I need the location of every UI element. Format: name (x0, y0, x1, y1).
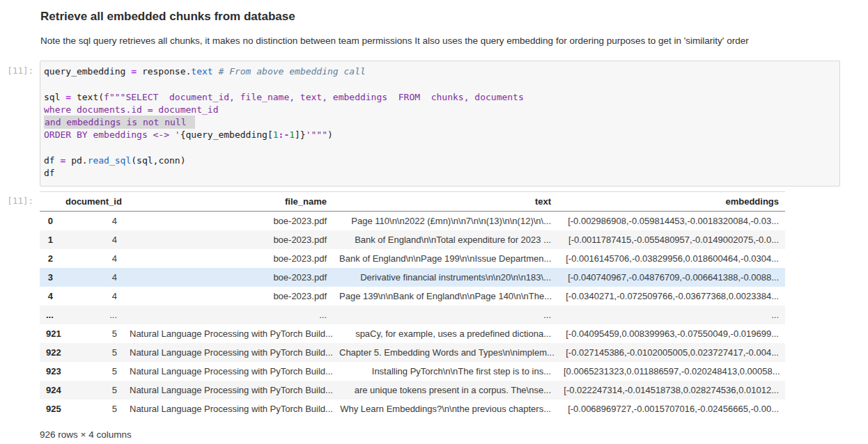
input-prompt: [11]: (0, 61, 33, 76)
row-index: 2 (40, 249, 59, 268)
table-cell: 5 (59, 324, 123, 343)
markdown-cell: Retrieve all embedded chunks from databa… (0, 8, 868, 46)
table-cell: 4 (59, 249, 123, 268)
table-cell: boe-2023.pdf (123, 249, 333, 268)
code-token: ) (327, 129, 333, 140)
table-row: 34boe-2023.pdfDerivative financial instr… (40, 268, 785, 287)
table-cell: [0.0065231323,0.011886597,-0.020248413,0… (557, 362, 785, 381)
code-token: read_sql (88, 155, 132, 166)
code-token: ORDER BY embeddings <-> ' (44, 129, 180, 140)
table-row: 44boe-2023.pdfPage 139\n\nBank of Englan… (40, 287, 785, 306)
table-cell: Bank of England\n\nPage 199\n\nIssue Dep… (333, 249, 557, 268)
code-token: = (65, 92, 71, 102)
row-index: 1 (40, 230, 59, 249)
table-cell: Installing PyTorch\n\nThe first step is … (333, 362, 557, 381)
code-editor[interactable]: query_embedding = response.text # From a… (40, 61, 840, 187)
table-cell: [-0.040740967,-0.04876709,-0.006641388,-… (557, 268, 785, 287)
table-cell: [-0.04095459,0.008399963,-0.07550049,-0.… (557, 324, 785, 343)
row-index: 922 (40, 343, 59, 362)
output-cell: [11]: document_idfile_nametextembeddings… (0, 191, 868, 440)
table-cell: Page 139\n\nBank of England\n\nPage 140\… (333, 287, 557, 306)
code-token: 1 (289, 129, 295, 140)
column-header: file_name (123, 191, 333, 211)
row-index: ... (40, 306, 59, 324)
table-cell: boe-2023.pdf (123, 287, 333, 306)
table-row: 9235Natural Language Processing with PyT… (40, 362, 785, 381)
table-cell: 5 (59, 343, 123, 362)
table-cell: Natural Language Processing with PyTorch… (123, 399, 333, 418)
table-cell: boe-2023.pdf (123, 268, 333, 287)
table-cell: [-0.027145386,-0.0102005005,0.023727417,… (557, 343, 785, 362)
code-token: ]} (295, 129, 306, 140)
code-token: f"""SELECT document_id, file_name, text,… (104, 92, 524, 102)
table-cell: 5 (59, 381, 123, 399)
code-cell[interactable]: [11]: query_embedding = response.text # … (0, 61, 868, 187)
code-line (44, 78, 834, 90)
table-cell: 5 (59, 362, 123, 381)
code-token: sql (44, 92, 65, 102)
table-cell: 4 (59, 268, 123, 287)
dataframe-table: document_idfile_nametextembeddings 04boe… (40, 191, 785, 418)
section-heading: Retrieve all embedded chunks from databa… (40, 10, 749, 24)
table-cell: Page 110\n\n2022 (£mn)\n\n7\n\n(13)\n\n(… (333, 211, 557, 230)
row-index: 924 (40, 381, 59, 399)
row-index: 4 (40, 287, 59, 306)
code-token: pd. (65, 155, 87, 166)
code-line: df (44, 167, 834, 180)
code-token: response. (137, 66, 191, 77)
code-token: df (44, 168, 55, 178)
column-header: document_id (59, 191, 123, 211)
table-cell: Derivative financial instruments\n\n20\n… (333, 268, 557, 287)
code-token: # From above embedding call (218, 66, 365, 77)
column-header: embeddings (557, 191, 785, 211)
output-prompt: [11]: (0, 191, 33, 206)
row-index: 921 (40, 324, 59, 343)
code-line (44, 142, 834, 154)
table-cell: [-0.0016145706,-0.03829956,0.018600464,-… (557, 249, 785, 268)
table-cell: ... (59, 306, 123, 324)
table-cell: [-0.002986908,-0.059814453,-0.0018320084… (557, 211, 785, 230)
code-token: and embeddings is not null (44, 116, 195, 129)
table-cell: Chapter 5. Embedding Words and Types\n\n… (333, 343, 557, 362)
table-cell: 5 (59, 399, 123, 418)
code-token: where documents.id = document_id (44, 104, 218, 115)
section-note: Note the sql query retrieves all chunks,… (40, 35, 749, 46)
table-row: 9255Natural Language Processing with PyT… (40, 399, 785, 418)
code-token: {query_embedding[ (180, 129, 273, 140)
table-cell: 4 (59, 287, 123, 306)
table-cell: boe-2023.pdf (123, 230, 333, 249)
index-column-header (40, 191, 59, 211)
table-cell: 4 (59, 230, 123, 249)
column-header: text (333, 191, 557, 211)
table-cell: Natural Language Processing with PyTorch… (123, 362, 333, 381)
table-cell: 4 (59, 211, 123, 230)
row-index: 925 (40, 399, 59, 418)
code-line: df = pd.read_sql(sql,conn) (44, 154, 834, 167)
table-cell: Bank of England\n\nTotal expenditure for… (333, 230, 557, 249)
notebook: Retrieve all embedded chunks from databa… (0, 0, 868, 440)
table-cell: Natural Language Processing with PyTorch… (123, 381, 333, 399)
table-row: 14boe-2023.pdfBank of England\n\nTotal e… (40, 230, 785, 249)
code-line: ORDER BY embeddings <-> '{query_embeddin… (44, 129, 834, 141)
table-row: 9215Natural Language Processing with PyT… (40, 324, 785, 343)
code-token: 1 (273, 129, 279, 140)
code-line: and embeddings is not null (44, 116, 834, 129)
table-cell: [-0.022247314,-0.014518738,0.028274536,0… (557, 381, 785, 399)
table-cell: ... (123, 306, 333, 324)
table-row: 9245Natural Language Processing with PyT… (40, 381, 785, 399)
table-cell: are unique tokens present in a corpus. T… (333, 381, 557, 399)
table-cell: Natural Language Processing with PyTorch… (123, 324, 333, 343)
table-row: ............... (40, 306, 785, 324)
table-cell: [-0.0068969727,-0.0015707016,-0.02456665… (557, 399, 785, 418)
table-cell: Natural Language Processing with PyTorch… (123, 343, 333, 362)
code-token: = (131, 66, 137, 77)
row-index: 923 (40, 362, 59, 381)
code-token: query_embedding (44, 66, 131, 77)
dataframe-header-row: document_idfile_nametextembeddings (40, 191, 785, 211)
dataframe-summary: 926 rows × 4 columns (40, 429, 785, 440)
table-cell: boe-2023.pdf (123, 211, 333, 230)
code-token: df (44, 155, 60, 166)
row-index: 3 (40, 268, 59, 287)
code-token: '""" (306, 129, 327, 140)
table-row: 9225Natural Language Processing with PyT… (40, 343, 785, 362)
